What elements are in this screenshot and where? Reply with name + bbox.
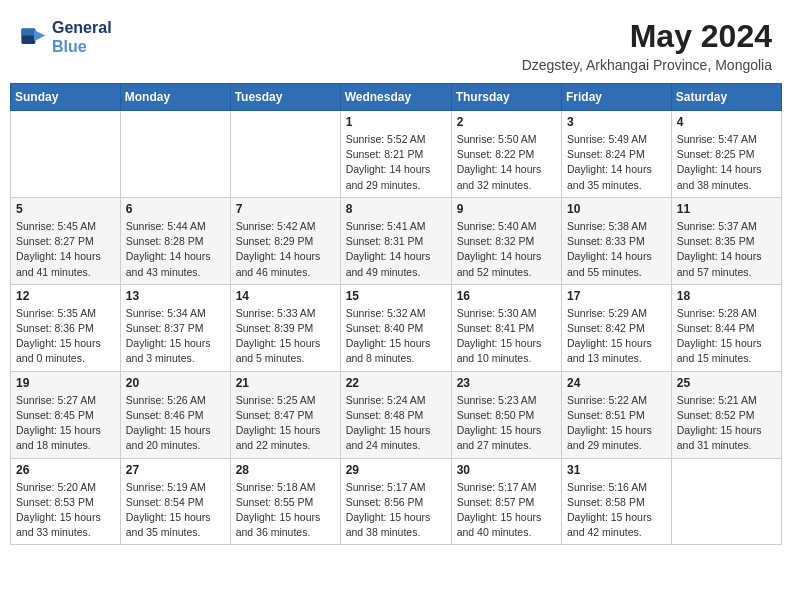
day-info: Sunrise: 5:17 AM Sunset: 8:56 PM Dayligh… bbox=[346, 480, 446, 541]
calendar-cell: 30Sunrise: 5:17 AM Sunset: 8:57 PM Dayli… bbox=[451, 458, 561, 545]
day-number: 15 bbox=[346, 289, 446, 303]
calendar-cell: 2Sunrise: 5:50 AM Sunset: 8:22 PM Daylig… bbox=[451, 111, 561, 198]
day-number: 5 bbox=[16, 202, 115, 216]
day-info: Sunrise: 5:41 AM Sunset: 8:31 PM Dayligh… bbox=[346, 219, 446, 280]
calendar-week-2: 5Sunrise: 5:45 AM Sunset: 8:27 PM Daylig… bbox=[11, 197, 782, 284]
calendar-week-1: 1Sunrise: 5:52 AM Sunset: 8:21 PM Daylig… bbox=[11, 111, 782, 198]
calendar-cell: 5Sunrise: 5:45 AM Sunset: 8:27 PM Daylig… bbox=[11, 197, 121, 284]
calendar-week-5: 26Sunrise: 5:20 AM Sunset: 8:53 PM Dayli… bbox=[11, 458, 782, 545]
calendar-cell: 24Sunrise: 5:22 AM Sunset: 8:51 PM Dayli… bbox=[562, 371, 672, 458]
day-info: Sunrise: 5:29 AM Sunset: 8:42 PM Dayligh… bbox=[567, 306, 666, 367]
day-number: 9 bbox=[457, 202, 556, 216]
weekday-header-tuesday: Tuesday bbox=[230, 84, 340, 111]
calendar-cell: 11Sunrise: 5:37 AM Sunset: 8:35 PM Dayli… bbox=[671, 197, 781, 284]
calendar-cell: 23Sunrise: 5:23 AM Sunset: 8:50 PM Dayli… bbox=[451, 371, 561, 458]
day-info: Sunrise: 5:18 AM Sunset: 8:55 PM Dayligh… bbox=[236, 480, 335, 541]
day-number: 21 bbox=[236, 376, 335, 390]
day-number: 2 bbox=[457, 115, 556, 129]
calendar-cell: 7Sunrise: 5:42 AM Sunset: 8:29 PM Daylig… bbox=[230, 197, 340, 284]
day-info: Sunrise: 5:35 AM Sunset: 8:36 PM Dayligh… bbox=[16, 306, 115, 367]
calendar-cell: 16Sunrise: 5:30 AM Sunset: 8:41 PM Dayli… bbox=[451, 284, 561, 371]
calendar-cell: 6Sunrise: 5:44 AM Sunset: 8:28 PM Daylig… bbox=[120, 197, 230, 284]
svg-rect-1 bbox=[21, 29, 35, 36]
day-info: Sunrise: 5:16 AM Sunset: 8:58 PM Dayligh… bbox=[567, 480, 666, 541]
calendar-cell: 25Sunrise: 5:21 AM Sunset: 8:52 PM Dayli… bbox=[671, 371, 781, 458]
day-info: Sunrise: 5:33 AM Sunset: 8:39 PM Dayligh… bbox=[236, 306, 335, 367]
calendar-cell: 18Sunrise: 5:28 AM Sunset: 8:44 PM Dayli… bbox=[671, 284, 781, 371]
day-number: 20 bbox=[126, 376, 225, 390]
calendar-cell: 17Sunrise: 5:29 AM Sunset: 8:42 PM Dayli… bbox=[562, 284, 672, 371]
day-number: 28 bbox=[236, 463, 335, 477]
day-number: 18 bbox=[677, 289, 776, 303]
day-info: Sunrise: 5:47 AM Sunset: 8:25 PM Dayligh… bbox=[677, 132, 776, 193]
day-info: Sunrise: 5:22 AM Sunset: 8:51 PM Dayligh… bbox=[567, 393, 666, 454]
day-number: 30 bbox=[457, 463, 556, 477]
day-info: Sunrise: 5:25 AM Sunset: 8:47 PM Dayligh… bbox=[236, 393, 335, 454]
location-subtitle: Dzegstey, Arkhangai Province, Mongolia bbox=[522, 57, 772, 73]
day-number: 6 bbox=[126, 202, 225, 216]
day-number: 25 bbox=[677, 376, 776, 390]
day-info: Sunrise: 5:49 AM Sunset: 8:24 PM Dayligh… bbox=[567, 132, 666, 193]
day-number: 14 bbox=[236, 289, 335, 303]
day-number: 13 bbox=[126, 289, 225, 303]
calendar-week-4: 19Sunrise: 5:27 AM Sunset: 8:45 PM Dayli… bbox=[11, 371, 782, 458]
logo-icon bbox=[20, 23, 48, 51]
day-number: 26 bbox=[16, 463, 115, 477]
day-number: 1 bbox=[346, 115, 446, 129]
day-info: Sunrise: 5:32 AM Sunset: 8:40 PM Dayligh… bbox=[346, 306, 446, 367]
calendar-cell: 9Sunrise: 5:40 AM Sunset: 8:32 PM Daylig… bbox=[451, 197, 561, 284]
day-info: Sunrise: 5:21 AM Sunset: 8:52 PM Dayligh… bbox=[677, 393, 776, 454]
day-number: 12 bbox=[16, 289, 115, 303]
calendar-cell: 13Sunrise: 5:34 AM Sunset: 8:37 PM Dayli… bbox=[120, 284, 230, 371]
calendar-cell bbox=[120, 111, 230, 198]
day-info: Sunrise: 5:37 AM Sunset: 8:35 PM Dayligh… bbox=[677, 219, 776, 280]
month-year-title: May 2024 bbox=[522, 18, 772, 55]
day-number: 3 bbox=[567, 115, 666, 129]
logo-text: General Blue bbox=[52, 18, 112, 56]
day-info: Sunrise: 5:20 AM Sunset: 8:53 PM Dayligh… bbox=[16, 480, 115, 541]
day-number: 31 bbox=[567, 463, 666, 477]
day-info: Sunrise: 5:27 AM Sunset: 8:45 PM Dayligh… bbox=[16, 393, 115, 454]
day-info: Sunrise: 5:17 AM Sunset: 8:57 PM Dayligh… bbox=[457, 480, 556, 541]
day-number: 8 bbox=[346, 202, 446, 216]
weekday-header-sunday: Sunday bbox=[11, 84, 121, 111]
day-info: Sunrise: 5:50 AM Sunset: 8:22 PM Dayligh… bbox=[457, 132, 556, 193]
weekday-header-row: SundayMondayTuesdayWednesdayThursdayFrid… bbox=[11, 84, 782, 111]
day-number: 29 bbox=[346, 463, 446, 477]
calendar-cell: 27Sunrise: 5:19 AM Sunset: 8:54 PM Dayli… bbox=[120, 458, 230, 545]
weekday-header-saturday: Saturday bbox=[671, 84, 781, 111]
weekday-header-wednesday: Wednesday bbox=[340, 84, 451, 111]
logo: General Blue bbox=[20, 18, 112, 56]
day-info: Sunrise: 5:52 AM Sunset: 8:21 PM Dayligh… bbox=[346, 132, 446, 193]
day-number: 4 bbox=[677, 115, 776, 129]
svg-marker-2 bbox=[34, 30, 45, 41]
day-info: Sunrise: 5:26 AM Sunset: 8:46 PM Dayligh… bbox=[126, 393, 225, 454]
calendar-cell: 28Sunrise: 5:18 AM Sunset: 8:55 PM Dayli… bbox=[230, 458, 340, 545]
title-block: May 2024 Dzegstey, Arkhangai Province, M… bbox=[522, 18, 772, 73]
weekday-header-monday: Monday bbox=[120, 84, 230, 111]
calendar-cell: 21Sunrise: 5:25 AM Sunset: 8:47 PM Dayli… bbox=[230, 371, 340, 458]
day-number: 11 bbox=[677, 202, 776, 216]
day-number: 19 bbox=[16, 376, 115, 390]
day-number: 24 bbox=[567, 376, 666, 390]
calendar-cell bbox=[11, 111, 121, 198]
day-info: Sunrise: 5:45 AM Sunset: 8:27 PM Dayligh… bbox=[16, 219, 115, 280]
calendar-week-3: 12Sunrise: 5:35 AM Sunset: 8:36 PM Dayli… bbox=[11, 284, 782, 371]
day-number: 10 bbox=[567, 202, 666, 216]
calendar-cell: 8Sunrise: 5:41 AM Sunset: 8:31 PM Daylig… bbox=[340, 197, 451, 284]
weekday-header-thursday: Thursday bbox=[451, 84, 561, 111]
calendar-cell bbox=[230, 111, 340, 198]
day-number: 7 bbox=[236, 202, 335, 216]
day-number: 23 bbox=[457, 376, 556, 390]
calendar-cell: 3Sunrise: 5:49 AM Sunset: 8:24 PM Daylig… bbox=[562, 111, 672, 198]
calendar-cell: 15Sunrise: 5:32 AM Sunset: 8:40 PM Dayli… bbox=[340, 284, 451, 371]
day-info: Sunrise: 5:44 AM Sunset: 8:28 PM Dayligh… bbox=[126, 219, 225, 280]
day-info: Sunrise: 5:30 AM Sunset: 8:41 PM Dayligh… bbox=[457, 306, 556, 367]
calendar-cell: 22Sunrise: 5:24 AM Sunset: 8:48 PM Dayli… bbox=[340, 371, 451, 458]
day-info: Sunrise: 5:24 AM Sunset: 8:48 PM Dayligh… bbox=[346, 393, 446, 454]
weekday-header-friday: Friday bbox=[562, 84, 672, 111]
calendar-cell: 31Sunrise: 5:16 AM Sunset: 8:58 PM Dayli… bbox=[562, 458, 672, 545]
calendar-cell: 19Sunrise: 5:27 AM Sunset: 8:45 PM Dayli… bbox=[11, 371, 121, 458]
page-header: General Blue May 2024 Dzegstey, Arkhanga… bbox=[10, 10, 782, 77]
calendar-cell: 12Sunrise: 5:35 AM Sunset: 8:36 PM Dayli… bbox=[11, 284, 121, 371]
